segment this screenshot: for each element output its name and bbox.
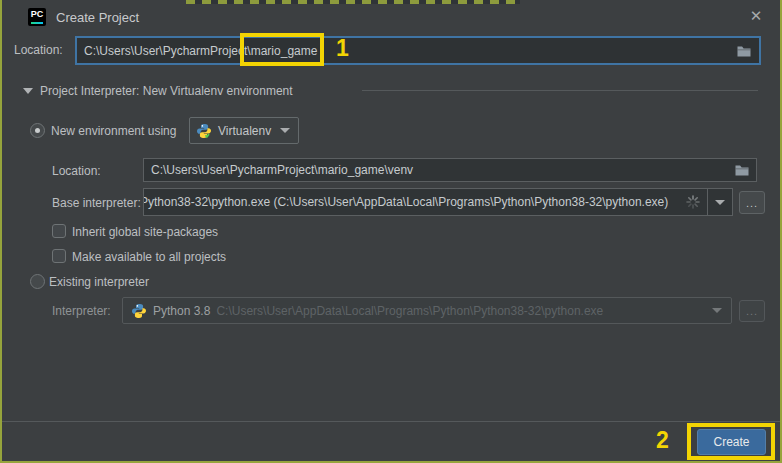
virtualenv-python-icon	[196, 123, 212, 139]
inherit-site-packages-checkbox[interactable]	[52, 224, 66, 238]
environment-type-dropdown[interactable]: Virtualenv	[189, 117, 299, 144]
existing-interpreter-label: Existing interpreter	[49, 275, 149, 289]
pycharm-icon: PC	[28, 8, 46, 26]
annotation-box-2	[687, 423, 775, 460]
venv-location-label: Location:	[52, 164, 101, 178]
folder-icon[interactable]	[737, 45, 751, 57]
interpreter-path: C:\Users\User\AppData\Local\Programs\Pyt…	[216, 304, 603, 318]
chevron-down-icon[interactable]	[715, 200, 725, 205]
base-interpreter-value: Python38-32\python.exe (C:\Users\User\Ap…	[143, 195, 668, 209]
interpreter-label: Interpreter:	[52, 304, 111, 318]
chevron-down-icon	[280, 128, 290, 133]
section-header[interactable]: Project Interpreter: New Virtualenv envi…	[40, 84, 293, 98]
chevron-down-icon	[712, 308, 722, 313]
make-available-label: Make available to all projects	[72, 250, 226, 264]
base-interpreter-dropdown[interactable]: Python38-32\python.exe (C:\Users\User\Ap…	[143, 188, 733, 216]
annotation-number-1: 1	[336, 35, 349, 62]
project-location-input[interactable]: C:\Users\User\PycharmProject\mario_game	[75, 36, 761, 65]
expander-icon[interactable]	[23, 88, 33, 94]
python-icon	[131, 303, 147, 319]
base-interpreter-label: Base interpreter:	[52, 196, 141, 210]
footer-divider	[2, 421, 780, 422]
interpreter-browse-button[interactable]: ...	[739, 300, 765, 322]
inherit-site-packages-label: Inherit global site-packages	[72, 225, 218, 239]
environment-type-value: Virtualenv	[218, 124, 271, 138]
top-edge-artifact	[186, 0, 520, 4]
location-label: Location:	[14, 43, 63, 57]
venv-location-value: C:\Users\User\PycharmProject\mario_game\…	[144, 163, 413, 177]
section-divider	[362, 90, 758, 91]
loading-spinner-icon	[686, 195, 700, 209]
window-title: Create Project	[56, 10, 139, 25]
interpreter-name: Python 3.8	[153, 304, 210, 318]
interpreter-dropdown[interactable]: Python 3.8 C:\Users\User\AppData\Local\P…	[122, 297, 732, 324]
venv-location-input[interactable]: C:\Users\User\PycharmProject\mario_game\…	[143, 158, 757, 182]
folder-icon[interactable]	[735, 164, 749, 176]
radio-new-environment[interactable]	[30, 123, 45, 138]
create-project-dialog: PC Create Project ✕ Location: C:\Users\U…	[0, 0, 782, 463]
window-edge-left	[0, 0, 2, 463]
radio-existing-interpreter[interactable]	[30, 274, 45, 289]
close-icon[interactable]: ✕	[746, 7, 766, 25]
new-environment-label: New environment using	[51, 124, 176, 138]
make-available-checkbox[interactable]	[52, 249, 66, 263]
base-interpreter-browse-button[interactable]: ...	[739, 191, 765, 214]
project-location-prefix: C:\Users\User\PycharmProject\	[77, 44, 251, 58]
annotation-number-2: 2	[656, 427, 669, 454]
annotation-box-1	[240, 33, 324, 66]
